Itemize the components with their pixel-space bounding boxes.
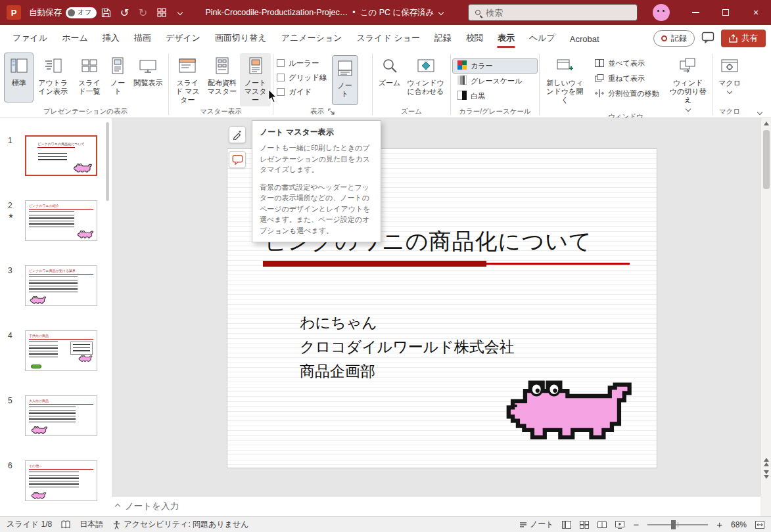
customize-toolbar-icon[interactable]: [153, 3, 170, 22]
tab-file[interactable]: ファイル: [5, 27, 55, 51]
record-button[interactable]: 記録: [653, 30, 695, 47]
notes-collapse-icon[interactable]: [115, 504, 120, 509]
normal-view-button[interactable]: 標準: [5, 53, 33, 102]
comments-button[interactable]: [229, 151, 246, 168]
quick-access-dropdown-icon[interactable]: [172, 3, 189, 22]
undo-icon[interactable]: ↺: [116, 3, 133, 22]
collapse-ribbon-icon[interactable]: [758, 105, 762, 117]
slide-3-thumbnail[interactable]: ピンクのワニ商品が受ける業界: [25, 265, 97, 306]
notes-pane[interactable]: ノートを入力: [112, 496, 760, 516]
switch-windows-button[interactable]: ウィンドウの切り替え: [668, 53, 709, 112]
save-icon[interactable]: [98, 3, 115, 22]
slide-4-thumbnail[interactable]: 子供向け商品: [25, 330, 97, 371]
handout-master-button[interactable]: 配布資料 マスター: [205, 53, 240, 102]
spellcheck-button[interactable]: [61, 520, 70, 529]
notes-master-button[interactable]: ノート マスター: [240, 53, 271, 106]
slide-sorter-statusbar-button[interactable]: [580, 521, 589, 529]
next-slide-button[interactable]: [764, 470, 769, 479]
reading-view-statusbar-button[interactable]: [597, 521, 607, 529]
ruler-checkbox[interactable]: ルーラー: [277, 56, 327, 70]
tab-animations[interactable]: アニメーション: [274, 27, 350, 51]
tab-transitions[interactable]: 画面切り替え: [208, 27, 274, 51]
slide-number: 2: [8, 201, 12, 210]
tab-design[interactable]: デザイン: [158, 27, 208, 51]
vertical-scrollbar[interactable]: [760, 118, 771, 496]
macro-button[interactable]: マクロ: [714, 53, 745, 102]
notes-placeholder[interactable]: ノートを入力: [125, 500, 179, 512]
gridlines-checkbox[interactable]: グリッド線: [277, 70, 327, 85]
new-window-button[interactable]: 新しいウィンドウを開く: [543, 53, 586, 106]
autosave-toggle[interactable]: 自動保存 オフ: [29, 7, 97, 18]
crocodile-image: [31, 491, 47, 500]
thumbnail-slide-5[interactable]: 5 大人向け商品: [8, 395, 112, 436]
outline-view-button[interactable]: アウトライン表示: [34, 53, 72, 102]
slide-2-thumbnail[interactable]: ピンクのワニの紹介: [25, 200, 97, 241]
slide-subtitle-text[interactable]: わにちゃん クロコダイルワールド株式会社 商品企画部: [300, 311, 515, 384]
designer-button[interactable]: [229, 126, 246, 143]
thumbnail-slide-3[interactable]: 3 ピンクのワニ商品が受ける業界: [8, 265, 112, 306]
reading-view-button[interactable]: 閲覧表示: [130, 53, 166, 102]
slide-6-thumbnail[interactable]: その他…: [25, 460, 97, 501]
notes-toggle-statusbar[interactable]: ノート: [519, 519, 554, 530]
notes-page-button[interactable]: ノート: [106, 53, 129, 102]
black-white-button[interactable]: 白黒: [453, 89, 537, 103]
accessibility-button[interactable]: アクセシビリティ: 問題ありません: [112, 519, 248, 530]
document-title[interactable]: Pink-Crocodile-Productization-Projec… • …: [206, 7, 443, 18]
scroll-up-icon[interactable]: [761, 118, 771, 129]
zoom-out-button[interactable]: −: [633, 520, 639, 529]
move-split-button[interactable]: 分割位置の移動: [590, 87, 663, 100]
scrollbar-thumb[interactable]: [763, 130, 770, 189]
tooltip-body-2: 背景の書式設定やヘッダーとフッターの表示場所などの、ノートのページのデザインとレ…: [260, 182, 373, 236]
dialog-launcher-icon[interactable]: [327, 108, 335, 116]
fit-slide-to-window-button[interactable]: [755, 521, 764, 529]
share-button[interactable]: 共有: [721, 30, 766, 47]
autosave-switch[interactable]: オフ: [66, 7, 97, 18]
slide-1-thumbnail[interactable]: ピンクのワニの商品化について: [25, 135, 97, 176]
guides-checkbox[interactable]: ガイド: [277, 85, 327, 99]
tab-draw[interactable]: 描画: [127, 27, 158, 51]
crocodile-image[interactable]: [502, 374, 637, 447]
tab-slideshow[interactable]: スライド ショー: [349, 27, 427, 51]
fit-to-window-button[interactable]: ウィンドウに合わせる: [404, 53, 448, 102]
tab-help[interactable]: ヘルプ: [522, 27, 563, 51]
checkbox-icon: [277, 59, 285, 67]
comment-button[interactable]: [701, 32, 714, 45]
thumbnail-slide-1[interactable]: 1 ピンクのワニの商品化について: [8, 135, 112, 176]
close-button[interactable]: ×: [741, 0, 771, 25]
black-white-label: 白黒: [471, 91, 485, 101]
color-button[interactable]: カラー: [453, 59, 537, 73]
tab-home[interactable]: ホーム: [55, 27, 95, 51]
tab-insert[interactable]: 挿入: [95, 27, 127, 51]
previous-slide-button[interactable]: [764, 458, 769, 466]
title-dropdown-icon[interactable]: [438, 10, 443, 15]
zoom-slider[interactable]: [647, 524, 708, 525]
thumbnail-slide-2[interactable]: 2★ ピンクのワニの紹介: [8, 200, 112, 241]
zoom-slider-thumb[interactable]: [671, 520, 676, 529]
maximize-button[interactable]: [711, 0, 741, 25]
language-button[interactable]: 日本語: [80, 519, 103, 530]
grayscale-button[interactable]: グレースケール: [453, 74, 537, 88]
tab-record[interactable]: 記録: [427, 27, 459, 51]
thumbnail-scrollbar[interactable]: [105, 121, 110, 528]
zoom-in-button[interactable]: +: [716, 520, 722, 529]
cascade-button[interactable]: 重ねて表示: [590, 72, 663, 85]
search-box[interactable]: [468, 4, 638, 21]
slideshow-statusbar-button[interactable]: [615, 521, 624, 529]
tab-acrobat[interactable]: Acrobat: [563, 29, 607, 51]
minimize-button[interactable]: [680, 0, 711, 25]
zoom-percentage[interactable]: 68%: [731, 520, 747, 529]
slide-master-button[interactable]: スライド マスター: [171, 53, 204, 106]
thumbnail-slide-4[interactable]: 4 子供向け商品: [8, 330, 112, 371]
tab-review[interactable]: 校閲: [459, 27, 490, 51]
search-input[interactable]: [486, 8, 604, 18]
notes-toggle-button[interactable]: ノート: [333, 56, 358, 104]
powerpoint-app-icon[interactable]: P: [7, 5, 21, 20]
zoom-button[interactable]: ズーム: [376, 53, 404, 102]
arrange-all-button[interactable]: 並べて表示: [590, 56, 663, 70]
thumbnail-slide-6[interactable]: 6 その他…: [8, 460, 112, 501]
normal-view-statusbar-button[interactable]: [562, 521, 571, 529]
tab-view[interactable]: 表示: [490, 27, 522, 51]
slide-5-thumbnail[interactable]: 大人向け商品: [25, 395, 97, 436]
slide-sorter-button[interactable]: スライド一覧: [73, 53, 105, 102]
user-avatar[interactable]: [653, 4, 670, 21]
